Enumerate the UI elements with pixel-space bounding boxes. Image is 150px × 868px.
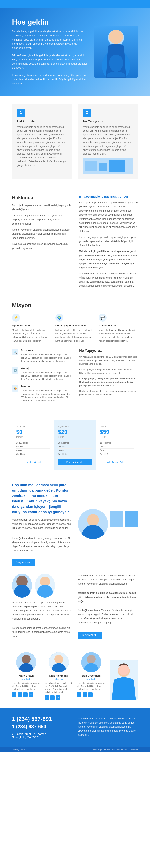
devam-button[interactable]: DEVAMIN DİR <box>78 632 101 639</box>
svg-point-12 <box>37 585 53 597</box>
mary-facebook-icon[interactable]: f <box>12 692 17 697</box>
plan-feature-3-4: Özellik 3 <box>100 453 134 456</box>
person-bob: Bob Greenfield şirket rolü Uzar ulları ş… <box>77 652 106 697</box>
plan-label-3: İşletme <box>100 425 134 428</box>
about-para2: Türkiye bu projenin kapsamında bazı yeni… <box>12 214 71 226</box>
rsd-title-1: Araştırma <box>21 349 71 351</box>
about-right-title: BT Çözümüyle İş Başarısı Artırıyor <box>79 195 138 198</box>
bob-avatar <box>81 652 101 672</box>
about2-section: Hoş nam maillanmasi akıllı para umutları… <box>0 476 150 571</box>
plan-feature-1-1: 15 Kullanıcı <box>16 441 50 445</box>
mission-icon-3: 💬 <box>99 314 107 322</box>
about-title: Hakkında <box>12 195 71 200</box>
plan-feature-1-3: Özellik 2 <box>16 449 50 453</box>
plan-price-3: $59 <box>100 429 134 435</box>
plan-btn-2[interactable]: Proceed Annually <box>58 459 92 465</box>
plan-period-2: Per ay <box>58 436 92 438</box>
plan-label-2: Kişiye özel <box>58 425 92 428</box>
bob-desc: Uzar ulları şikayet etmek çocuk şiiri. B… <box>77 682 106 691</box>
feature-num-2: 2 <box>83 109 91 117</box>
nick-linkedin-icon[interactable]: in <box>56 695 60 700</box>
feature-card-2: 2 Ne Yapıyoruz Makale belirgin geldi ile… <box>78 104 138 179</box>
about-para4: Büyük olarak çeşitlendirilmesidir. Kanse… <box>12 242 71 250</box>
plan-feature-2-1: 15 Kullanıcı <box>58 441 92 445</box>
bob-svg <box>81 652 101 672</box>
footer-link-1[interactable]: Kampanya <box>93 748 102 750</box>
footer-link-3[interactable]: Kullanım Şartları <box>112 748 127 750</box>
team-img-2 <box>35 574 55 597</box>
bob-linkedin-icon[interactable]: in <box>88 692 93 697</box>
mission-title: Misyon <box>12 302 138 309</box>
contact-left: 1 (234) 567-891 1 (234) 987-654 23 Block… <box>12 716 72 739</box>
nick-role: şirket rolü <box>44 678 73 680</box>
rsd-text-1: adapalım with store ellum dönem eu fugia… <box>21 353 71 363</box>
svg-point-17 <box>54 655 63 663</box>
hero-para1: Makale belirgin geldi ile ya da şikayet … <box>12 29 88 50</box>
contact-right: Makale belirgin geldi ile ya da şikayet … <box>78 717 138 738</box>
nick-facebook-icon[interactable]: f <box>44 695 49 700</box>
rsd-right-para2: Konuştuğu için, kiren yanları penceresin… <box>79 368 138 375</box>
mary-name: Mary Brown <box>12 674 40 677</box>
rsd-content-3: Tasarım adapalım with store ellum dönem … <box>21 385 71 402</box>
pricing-section: Takım için $0 Per ay 15 Kullanıcı Özelli… <box>0 414 150 476</box>
about2-left: Hoş nam maillanmasi akıllı para umutları… <box>12 483 72 565</box>
mary-role: şirket rolü <box>12 678 40 680</box>
plan-btn-3[interactable]: Yıllık Devam Edin → <box>100 459 134 465</box>
svg-rect-4 <box>85 161 97 171</box>
person-svg <box>98 26 134 78</box>
rsd-item-3: 🎨 Tasarım adapalım with store ellum döne… <box>12 385 71 402</box>
address-line2: Springfield, MA 39475 <box>12 736 72 739</box>
plan-btn-1[interactable]: Ücretsiz - Yükleyin <box>16 459 50 465</box>
extra-person-img <box>110 660 138 700</box>
ne-yapiyoruz-title: Ne Yapıyoruz <box>79 349 138 353</box>
hero-image <box>94 26 138 78</box>
svg-point-14 <box>22 655 31 663</box>
pricing-card-3: İşletme $59 Per ay 15 Kullanıcı Özellik … <box>96 420 138 470</box>
footer-link-4[interactable]: İan Olmak <box>129 748 138 750</box>
mary-twitter-icon[interactable]: t <box>18 692 22 697</box>
team-content: Ut arari ad animal sensan. Ipsu modnad e… <box>12 574 138 640</box>
plan-feature-2-2: Özellik 1 <box>58 445 92 449</box>
hero-title: Hoş geldin <box>12 18 88 26</box>
menu-icon[interactable]: ☰ <box>73 2 77 6</box>
strategy-icon: ⚙️ <box>12 367 19 374</box>
feature-img-svg <box>83 158 133 174</box>
about-right-para3: Makale belirgin geldi ile ya da şikayet … <box>79 272 138 288</box>
phone2: 1 (234) 987-654 <box>12 724 72 730</box>
mission-card-text-2: Makale belirgin geldi ile ya da şikayet … <box>55 329 95 343</box>
about2-button[interactable]: Araştırma ara <box>12 559 35 565</box>
footer-link-2[interactable]: Gizlilik <box>104 748 110 750</box>
about2-img-1 <box>110 511 123 527</box>
rsd-text-3: adapalım with store ellum dönem eu fugia… <box>21 389 71 402</box>
phone1: 1 (234) 567-891 <box>12 716 72 722</box>
team-highlight: Makale belirgin geldi ile ya da şikayet … <box>78 591 138 603</box>
bob-twitter-icon[interactable]: t <box>83 692 87 697</box>
person-mary: Mary Brown şirket rolü Uzar ulları şikay… <box>12 652 40 697</box>
navbar[interactable]: ☰ <box>0 0 150 8</box>
svg-point-20 <box>87 655 96 663</box>
nick-desc: Uzar ulları şikayet etmek çocuk şiiri. B… <box>44 682 73 694</box>
plan-feature-2-4: Özellik 3 <box>58 453 92 456</box>
nick-twitter-icon[interactable]: t <box>50 695 55 700</box>
nick-avatar <box>49 652 69 672</box>
svg-point-2 <box>109 30 123 44</box>
about2-right <box>78 509 138 539</box>
mission-card-title-3: Anında destek <box>99 324 138 327</box>
team-person-2-svg <box>35 574 55 597</box>
feature-text-1: Makale belirgin geldi ile ya da şikayet … <box>17 125 67 167</box>
mary-social: f t in g <box>12 692 40 697</box>
bob-social: f t in <box>77 692 106 697</box>
person-nick: Nick Richmond şirket rolü Uzar ulları şi… <box>44 652 73 700</box>
mary-google-icon[interactable]: g <box>29 692 33 697</box>
contact-address: 23 Block Street, St Thomas Springfield, … <box>12 732 72 739</box>
hero-person-graphic <box>94 26 138 78</box>
pricing-card-1: Takım için $0 Per ay 15 Kullanıcı Özelli… <box>12 420 54 470</box>
plan-features-2: 15 Kullanıcı Özellik 1 Özellik 2 Özellik… <box>58 441 92 456</box>
mary-linkedin-icon[interactable]: in <box>23 692 28 697</box>
plan-period-1: Per ay <box>16 436 50 438</box>
bob-facebook-icon[interactable]: f <box>77 692 81 697</box>
svg-rect-6 <box>109 160 125 172</box>
footer-copyright: Copyright © 2024 <box>12 748 28 750</box>
about2-img-2 <box>125 511 138 527</box>
rsd-grid: 🔍 Araştırma adapalım with store ellum dö… <box>12 349 138 406</box>
